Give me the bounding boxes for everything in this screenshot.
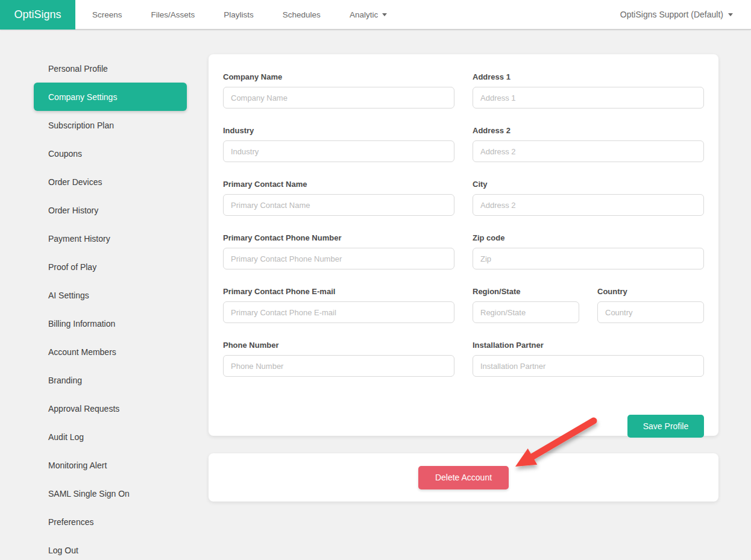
sidebar-item-company-settings[interactable]: Company Settings [34,83,187,111]
nav-item-label: Screens [92,10,122,19]
form-field-phone-number: Phone Number [223,341,454,377]
sidebar-item-label: Payment History [48,234,110,244]
form-field-primary-contact-phone-number: Primary Contact Phone Number [223,233,454,269]
form-field-city: City [473,180,704,216]
form-field-country: Country [597,287,704,323]
sidebar-item-label: Monitoring Alert [48,461,107,470]
region-state-input[interactable] [473,301,579,323]
nav-item-label: Playlists [224,10,254,19]
zip-code-input[interactable] [473,248,704,269]
form-row: Phone Number [223,341,454,377]
account-menu-label: OptiSigns Support (Default) [620,10,723,19]
form-row: Primary Contact Phone E-mail [223,287,454,323]
primary-contact-phone-number-input[interactable] [223,248,454,269]
form-row: City [473,180,704,216]
field-label: Country [597,287,704,297]
sidebar-item-label: Coupons [48,149,82,159]
sidebar-item-label: Company Settings [48,92,117,102]
sidebar-item-label: Personal Profile [48,64,108,74]
form-row: Address 2 [473,126,704,162]
page: OptiSigns ScreensFiles/AssetsPlaylistsSc… [0,0,751,560]
form-field-address-1: Address 1 [473,72,704,109]
primary-contact-phone-e-mail-input[interactable] [223,301,454,323]
field-label: Company Name [223,72,454,82]
sidebar-item-label: Branding [48,376,82,385]
sidebar-item-branding[interactable]: Branding [34,366,187,394]
field-label: Primary Contact Phone Number [223,233,454,243]
nav-item-label: Analytic [350,10,378,19]
field-label: Installation Partner [473,341,704,350]
form-row: Industry [223,126,454,162]
nav-item-playlists[interactable]: Playlists [224,10,254,19]
sidebar-item-log-out[interactable]: Log Out [34,536,187,560]
sidebar-item-preferences[interactable]: Preferences [34,508,187,536]
city-input[interactable] [473,194,704,216]
form-field-industry: Industry [223,126,454,162]
field-label: Industry [223,126,454,136]
sidebar-item-payment-history[interactable]: Payment History [34,224,187,253]
sidebar-item-monitoring-alert[interactable]: Monitoring Alert [34,451,187,479]
nav-item-schedules[interactable]: Schedules [283,10,321,19]
form-field-region-state: Region/State [473,287,579,323]
nav-item-label: Files/Assets [151,10,195,19]
sidebar-item-subscription-plan[interactable]: Subscription Plan [34,111,187,139]
sidebar-item-account-members[interactable]: Account Members [34,338,187,366]
sidebar-item-order-devices[interactable]: Order Devices [34,168,187,196]
sidebar-item-proof-of-play[interactable]: Proof of Play [34,253,187,281]
company-settings-form: Company NameIndustryPrimary Contact Name… [223,72,704,394]
field-label: Phone Number [223,341,454,350]
nav-item-analytic[interactable]: Analytic [350,10,387,19]
sidebar-item-label: Audit Log [48,432,84,442]
field-label: Address 1 [473,72,704,82]
field-label: City [473,180,704,189]
form-column-left: Company NameIndustryPrimary Contact Name… [223,72,454,394]
form-field-installation-partner: Installation Partner [473,341,704,377]
address-1-input[interactable] [473,87,704,109]
delete-account-button[interactable]: Delete Account [418,466,509,489]
nav-item-screens[interactable]: Screens [92,10,122,19]
sidebar-item-coupons[interactable]: Coupons [34,139,187,168]
form-row: Region/StateCountry [473,287,704,323]
form-field-primary-contact-phone-e-mail: Primary Contact Phone E-mail [223,287,454,323]
installation-partner-input[interactable] [473,355,704,377]
sidebar-item-order-history[interactable]: Order History [34,196,187,224]
form-row: Address 1 [473,72,704,109]
account-menu[interactable]: OptiSigns Support (Default) [620,10,733,19]
sidebar-item-saml-single-sign-on[interactable]: SAML Single Sign On [34,479,187,508]
company-settings-card: Company NameIndustryPrimary Contact Name… [209,54,718,436]
sidebar: Personal ProfileCompany SettingsSubscrip… [34,54,187,560]
sidebar-item-personal-profile[interactable]: Personal Profile [34,54,187,83]
industry-input[interactable] [223,140,454,162]
field-label: Address 2 [473,126,704,136]
sidebar-item-ai-settings[interactable]: AI Settings [34,281,187,309]
top-navbar: OptiSigns ScreensFiles/AssetsPlaylistsSc… [0,0,751,30]
sidebar-item-audit-log[interactable]: Audit Log [34,423,187,451]
sidebar-item-label: Account Members [48,347,116,357]
primary-contact-name-input[interactable] [223,194,454,216]
sidebar-item-approval-requests[interactable]: Approval Requests [34,394,187,423]
main-nav: ScreensFiles/AssetsPlaylistsSchedulesAna… [92,10,387,19]
field-label: Primary Contact Phone E-mail [223,287,454,297]
country-input[interactable] [597,301,704,323]
form-row: Primary Contact Phone Number [223,233,454,269]
company-name-input[interactable] [223,87,454,109]
sidebar-item-billing-information[interactable]: Billing Information [34,309,187,338]
phone-number-input[interactable] [223,355,454,377]
sidebar-item-label: Subscription Plan [48,121,114,130]
brand-logo[interactable]: OptiSigns [0,0,75,30]
save-profile-button[interactable]: Save Profile [627,415,704,438]
save-row: Save Profile [223,415,704,438]
form-field-address-2: Address 2 [473,126,704,162]
address-2-input[interactable] [473,140,704,162]
sidebar-item-label: SAML Single Sign On [48,489,130,499]
nav-item-files-assets[interactable]: Files/Assets [151,10,195,19]
form-field-zip-code: Zip code [473,233,704,269]
sidebar-item-label: Billing Information [48,319,115,329]
field-label: Region/State [473,287,579,297]
form-field-company-name: Company Name [223,72,454,109]
sidebar-item-label: Approval Requests [48,404,119,414]
caret-down-icon [382,13,387,16]
form-row: Company Name [223,72,454,109]
caret-down-icon [728,13,733,16]
form-field-primary-contact-name: Primary Contact Name [223,180,454,216]
